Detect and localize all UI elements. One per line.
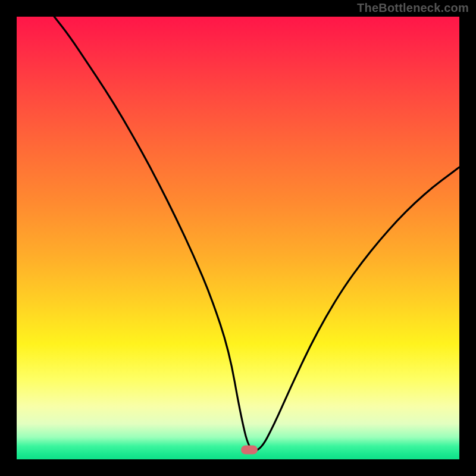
chart-frame: TheBottleneck.com xyxy=(0,0,476,476)
curve-svg xyxy=(17,17,459,459)
plot-area xyxy=(17,17,459,459)
optimum-marker xyxy=(241,445,258,454)
bottleneck-curve xyxy=(54,17,459,450)
watermark-text: TheBottleneck.com xyxy=(357,1,469,15)
